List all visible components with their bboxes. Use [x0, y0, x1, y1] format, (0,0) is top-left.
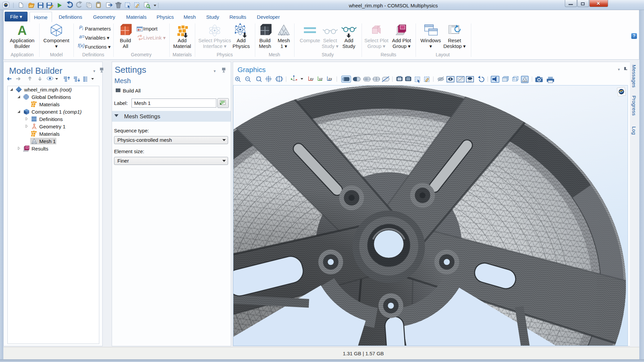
- svg-text:zx: zx: [328, 77, 332, 81]
- svg-text:A: A: [17, 23, 26, 38]
- svg-text:a=: a=: [79, 34, 85, 39]
- svg-text:f(x): f(x): [78, 43, 85, 48]
- svg-text:Pi: Pi: [79, 25, 83, 31]
- svg-text:yz: yz: [319, 77, 323, 81]
- svg-text:xy: xy: [310, 77, 314, 81]
